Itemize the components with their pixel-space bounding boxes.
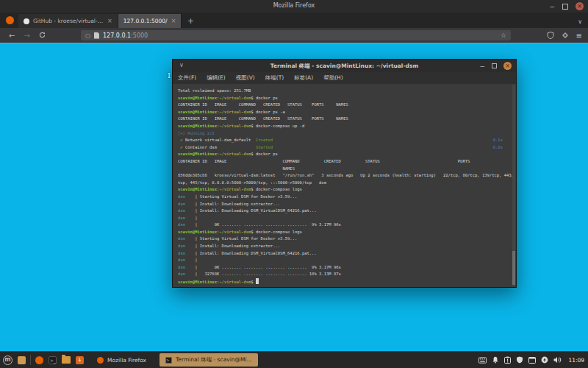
clock[interactable]: 11:09: [568, 357, 584, 364]
system-tray: 11:09: [478, 356, 588, 364]
terminal-line: scavin@MintLinux:~/virtual-dsm$ docker-c…: [178, 229, 509, 236]
terminal-line: scavin@MintLinux:~/virtual-dsm$ docker p…: [178, 109, 509, 116]
terminal-line: [+] Running 2/2: [178, 130, 509, 138]
terminal-line: dsm | Starting Virtual DSM for Docker v3…: [178, 236, 509, 243]
firefox-titlebar: Mozilla Firefox − ×: [0, 0, 588, 13]
list-tabs-chevron-icon[interactable]: ∨: [578, 18, 582, 25]
menu-terminal[interactable]: 终端(T): [260, 74, 289, 82]
terminal-line: dsm | 0K ........ ........ ........ ....…: [178, 222, 509, 229]
show-desktop-icon[interactable]: [18, 356, 26, 364]
menu-file[interactable]: 文件(F): [173, 74, 201, 82]
maximize-icon[interactable]: [562, 4, 568, 10]
task-terminal[interactable]: > Terminal 终端 - scavin@Mi...: [159, 353, 258, 367]
firefox-tabbar: GitHub - kroese/virtual-dsm × 127.0.0.1:…: [0, 13, 588, 28]
mint-menu-icon[interactable]: m: [3, 355, 12, 365]
terminal-content[interactable]: Total reclaimed space: 251.7MBscavin@Min…: [173, 84, 516, 287]
terminal-line: scavin@MintLinux:~/virtual-dsm$ docker-c…: [178, 186, 509, 194]
terminal-launcher-icon[interactable]: >_: [49, 356, 57, 364]
terminal-line: CONTAINER ID IMAGE COMMAND CREATED STATU…: [178, 116, 509, 123]
volume-icon[interactable]: [553, 356, 562, 364]
tab-github[interactable]: GitHub - kroese/virtual-dsm ×: [18, 14, 118, 28]
url-bar[interactable]: ○ 127.0.0.1:5000 ☆: [81, 30, 511, 40]
terminal-line: ✔ Container dsm Started0.0s: [178, 144, 509, 152]
desktop: Mozilla Firefox − × GitHub - kroese/virt…: [0, 0, 588, 368]
terminal-cursor: [256, 278, 259, 284]
power-icon[interactable]: [541, 356, 548, 364]
terminal-line: tcp, 445/tcp, 0.0.0.0:5000->5000/tcp, ::…: [178, 180, 509, 187]
menu-icon[interactable]: ≡: [576, 32, 582, 40]
terminal-line: dsm | 0K ........ ........ ........ ....…: [178, 264, 509, 272]
terminal-title: Terminal 终端 - scavin@MintLinux: ~/virtua…: [173, 63, 516, 70]
updates-icon[interactable]: [504, 356, 511, 364]
minimize-icon[interactable]: −: [549, 3, 555, 10]
forward-icon[interactable]: →: [24, 32, 29, 40]
close-icon[interactable]: ×: [576, 2, 584, 10]
terminal-line: dsm | Install: Downloading DSM_VirtualDS…: [178, 208, 509, 215]
firefox-window-title: Mozilla Firefox: [0, 2, 588, 9]
firefox-navbar: ← → ○ 127.0.0.1:5000 ☆ ≡: [0, 28, 588, 43]
firefox-task-icon: [97, 357, 104, 364]
terminal-line: dsm | Install: Downloading extractor...: [178, 243, 509, 250]
menu-edit[interactable]: 编辑(E): [201, 74, 231, 82]
terminal-line: 856dde305c88 kroese/virtual-dsm:latest "…: [178, 172, 509, 180]
task-firefox[interactable]: Mozilla Firefox: [91, 353, 152, 367]
terminal-menubar: 文件(F) 编辑(E) 视图(V) 终端(T) 标签(A) 帮助(H): [173, 72, 516, 85]
terminal-line: ✔ Network virtual-dsm_default Created0.1…: [178, 137, 509, 144]
maximize-icon[interactable]: [492, 63, 497, 68]
tab-localhost[interactable]: 127.0.0.1:5000/ ×: [118, 14, 182, 28]
account-shield-icon[interactable]: [547, 32, 554, 39]
scrollbar-thumb[interactable]: [512, 251, 515, 285]
taskbar: m >_ ↓ Mozilla Firefox > Terminal 终端 - s…: [0, 351, 588, 368]
back-icon[interactable]: ←: [9, 32, 15, 40]
terminal-line: scavin@MintLinux:~/virtual-dsm$: [178, 278, 509, 286]
taskbar-separator: [30, 355, 31, 365]
terminal-window: ∨ Terminal 终端 - scavin@MintLinux: ~/virt…: [172, 59, 517, 288]
github-icon: [24, 18, 29, 24]
terminal-line: dsm |: [178, 215, 509, 222]
terminal-line: NAMES: [178, 166, 509, 173]
shield-icon[interactable]: [516, 356, 523, 364]
terminal-line: scavin@MintLinux:~/virtual-dsm$ docker p…: [178, 151, 509, 158]
bookmark-star-icon[interactable]: ☆: [501, 32, 506, 39]
terminal-line: dsm | Install: Downloading extractor...: [178, 201, 509, 208]
firefox-launcher-icon[interactable]: [35, 356, 43, 364]
terminal-line: Total reclaimed space: 251.7MB: [178, 88, 509, 95]
minimize-icon[interactable]: −: [479, 63, 485, 70]
ibeam-cursor-icon: I: [168, 71, 173, 80]
software-launcher-icon[interactable]: ↓: [76, 356, 84, 364]
terminal-line: dsm |: [178, 257, 509, 264]
menu-tabs[interactable]: 标签(A): [289, 74, 318, 82]
firefox-logo-icon: [6, 16, 14, 24]
url-text: 127.0.0.1:5000: [103, 32, 148, 39]
reload-icon[interactable]: [39, 32, 46, 40]
terminal-line: dsm | Install: Downloading DSM_VirtualDS…: [178, 250, 509, 258]
extensions-icon[interactable]: [562, 32, 569, 39]
new-tab-button[interactable]: +: [187, 17, 193, 25]
bell-icon[interactable]: [492, 356, 499, 364]
terminal-titlebar[interactable]: ∨ Terminal 终端 - scavin@MintLinux: ~/virt…: [173, 60, 516, 73]
tab-close-icon[interactable]: ×: [107, 18, 112, 24]
scrollbar[interactable]: [512, 85, 515, 286]
terminal-line: dsm | Starting Virtual DSM for Docker v3…: [178, 194, 509, 201]
tab-close-icon[interactable]: ×: [171, 18, 176, 24]
menu-help[interactable]: 帮助(H): [318, 74, 348, 82]
terminal-line: scavin@MintLinux:~/virtual-dsm$ docker p…: [178, 95, 509, 102]
terminal-line: CONTAINER ID IMAGE COMMAND CREATED STATU…: [178, 158, 509, 166]
terminal-line: scavin@MintLinux:~/virtual-dsm$ docker-c…: [178, 123, 509, 130]
page-icon: [94, 32, 99, 39]
terminal-task-icon: >: [165, 357, 172, 364]
files-launcher-icon[interactable]: [62, 356, 71, 364]
terminal-line: dsm | 32768K ........ ........ ........ …: [178, 271, 509, 278]
window-icon[interactable]: [528, 357, 536, 364]
site-permissions-icon[interactable]: ○: [85, 32, 90, 39]
close-icon[interactable]: ×: [503, 62, 512, 70]
terminal-line: CONTAINER ID IMAGE COMMAND CREATED STATU…: [178, 102, 509, 109]
menu-view[interactable]: 视图(V): [231, 74, 260, 82]
keyboard-icon[interactable]: [478, 357, 487, 364]
